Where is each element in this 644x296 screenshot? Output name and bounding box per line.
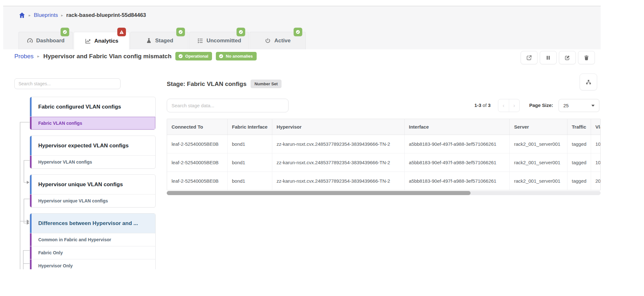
probe-header: Probes ▸ Hypervisor and Fabric Vlan conf… bbox=[14, 52, 257, 60]
cell-hypervisor: zz-karun-nsxt.cvx.2485377892354-38394396… bbox=[272, 153, 404, 172]
check-circle-icon bbox=[178, 54, 183, 59]
column-header[interactable]: Hypervisor bbox=[272, 119, 404, 135]
stage-item-common-in-fabric-and-hypervisor[interactable]: Common in Fabric and Hypervisor bbox=[30, 233, 155, 246]
stage-item-hypervisor-vlan-configs[interactable]: Hypervisor VLAN configs bbox=[30, 155, 155, 168]
pagination-range: 1-3 of 3 bbox=[474, 102, 491, 108]
table-row[interactable]: leaf-2-52540005BE0B bond1 zz-karun-nsxt.… bbox=[167, 135, 601, 153]
pause-icon bbox=[545, 55, 551, 61]
table-header-row: Connected To Fabric Interface Hypervisor… bbox=[167, 119, 601, 135]
trash-icon bbox=[583, 55, 589, 61]
stage-sidebar: Fabric configured VLAN configs Fabric VL… bbox=[14, 78, 156, 269]
tab-staged[interactable]: Staged bbox=[130, 32, 188, 49]
probe-title: Hypervisor and Fabric Vlan config mismat… bbox=[43, 53, 172, 60]
pause-button[interactable] bbox=[540, 51, 557, 64]
header-band: ▸ Blueprints ▸ rack-based-blueprint-55d8… bbox=[3, 6, 601, 49]
check-circle-icon bbox=[219, 54, 223, 59]
cell-server: rack2_001_server001 bbox=[509, 135, 567, 153]
tab-uncommitted[interactable]: Uncommitted bbox=[189, 32, 249, 49]
cell-vlan: 10 bbox=[591, 135, 601, 153]
breadcrumb-separator-icon: ▸ bbox=[37, 54, 40, 59]
cell-connected-to: leaf-2-52540005BE0B bbox=[167, 172, 227, 190]
edit-button[interactable] bbox=[559, 51, 576, 64]
chevron-down-icon bbox=[591, 105, 595, 107]
cell-server: rack2_001_server001 bbox=[509, 172, 567, 190]
cell-connected-to: leaf-2-52540005BE0B bbox=[167, 135, 227, 153]
power-icon bbox=[265, 38, 271, 44]
stage-group: Fabric configured VLAN configs Fabric VL… bbox=[30, 97, 156, 130]
scrollbar-thumb[interactable] bbox=[167, 191, 471, 195]
stage-connector-lines bbox=[14, 78, 30, 269]
cell-fabric-interface: bond1 bbox=[227, 135, 272, 153]
breadcrumb-blueprints-link[interactable]: Blueprints bbox=[34, 12, 58, 18]
cell-traffic: tagged bbox=[567, 153, 591, 172]
stage-group-title[interactable]: Hypervisor expected VLAN configs bbox=[30, 136, 155, 155]
check-badge-icon bbox=[237, 28, 245, 36]
search-stage-data-input[interactable] bbox=[167, 99, 289, 112]
home-icon[interactable] bbox=[18, 12, 26, 19]
probe-toolbar bbox=[521, 51, 595, 64]
column-header[interactable]: Server bbox=[509, 119, 567, 135]
page-size-value: 25 bbox=[563, 103, 569, 108]
tab-label: Staged bbox=[155, 38, 173, 44]
export-button[interactable] bbox=[521, 51, 538, 64]
probes-link[interactable]: Probes bbox=[14, 53, 33, 60]
export-icon bbox=[526, 55, 532, 61]
next-page-button[interactable]: › bbox=[509, 99, 520, 112]
blueprint-tabbar: Dashboard Analytics Staged bbox=[18, 32, 306, 49]
line-chart-icon bbox=[85, 38, 91, 44]
gauge-icon bbox=[27, 38, 33, 44]
breadcrumb: ▸ Blueprints ▸ rack-based-blueprint-55d8… bbox=[18, 12, 146, 19]
prev-page-button[interactable]: ‹ bbox=[498, 99, 509, 112]
layout-toggle-button[interactable] bbox=[580, 74, 597, 90]
delete-button[interactable] bbox=[578, 51, 595, 64]
tab-analytics[interactable]: Analytics bbox=[74, 32, 129, 50]
cell-interface: a5bb8183-90ef-497f-a988-3ef571066261 bbox=[404, 153, 509, 172]
breadcrumb-separator-icon: ▸ bbox=[61, 13, 63, 18]
breadcrumb-separator-icon: ▸ bbox=[29, 13, 31, 18]
check-badge-icon bbox=[176, 28, 185, 36]
stage-header: Stage: Fabric VLAN configs Number Set bbox=[167, 80, 282, 88]
stage-data-table: Connected To Fabric Interface Hypervisor… bbox=[167, 119, 601, 190]
pagination-buttons: ‹ › bbox=[498, 99, 520, 112]
horizontal-scrollbar[interactable] bbox=[167, 191, 601, 195]
stage-item-fabric-only[interactable]: Fabric Only bbox=[30, 246, 155, 259]
cell-traffic: tagged bbox=[567, 135, 591, 153]
stage-item-hypervisor-unique-vlan-configs[interactable]: Hypervisor unique VLAN configs bbox=[30, 194, 155, 207]
cell-hypervisor: zz-karun-nsxt.cvx.2485377892354-38394396… bbox=[272, 172, 404, 190]
tab-active[interactable]: Active bbox=[250, 32, 306, 49]
tab-label: Active bbox=[274, 38, 290, 44]
stage-title: Stage: Fabric VLAN configs bbox=[167, 81, 246, 88]
breadcrumb-current: rack-based-blueprint-55d84463 bbox=[66, 12, 146, 18]
operational-status-badge: Operational bbox=[175, 52, 212, 60]
table-row[interactable]: leaf-2-52540005BE0B bond1 zz-karun-nsxt.… bbox=[167, 172, 601, 190]
cell-vlan: 20 bbox=[591, 172, 601, 190]
cell-hypervisor: zz-karun-nsxt.cvx.2485377892354-38394396… bbox=[272, 135, 404, 153]
tab-label: Uncommitted bbox=[207, 38, 241, 44]
stage-group: Hypervisor unique VLAN configs Hyperviso… bbox=[30, 174, 156, 208]
stage-type-badge: Number Set bbox=[251, 80, 282, 88]
stage-group: Hypervisor expected VLAN configs Hypervi… bbox=[30, 136, 156, 169]
column-header[interactable]: Traffic bbox=[567, 119, 591, 135]
column-header[interactable]: Interface bbox=[404, 119, 509, 135]
check-badge-icon bbox=[294, 28, 302, 36]
stage-group: Differences between Hypervisor and ... C… bbox=[30, 213, 156, 269]
check-badge-icon bbox=[61, 28, 69, 36]
tab-dashboard[interactable]: Dashboard bbox=[18, 32, 73, 49]
search-stages-input[interactable] bbox=[14, 78, 121, 89]
flask-icon bbox=[146, 38, 152, 44]
stage-group-title[interactable]: Differences between Hypervisor and ... bbox=[30, 214, 155, 233]
column-header[interactable]: Connected To bbox=[167, 119, 227, 135]
page-size-select[interactable]: 25 bbox=[559, 99, 599, 112]
stage-item-hypervisor-only[interactable]: Hypervisor Only bbox=[30, 259, 155, 269]
app-screen: ▸ Blueprints ▸ rack-based-blueprint-55d8… bbox=[0, 0, 644, 296]
cell-connected-to: leaf-2-52540005BE0B bbox=[167, 153, 227, 172]
column-header[interactable]: Fabric Interface bbox=[227, 119, 272, 135]
column-header[interactable]: Vlan bbox=[591, 119, 601, 135]
stage-item-fabric-vlan-configs[interactable]: Fabric VLAN configs bbox=[30, 116, 155, 130]
tab-label: Dashboard bbox=[36, 38, 65, 44]
stage-group-title[interactable]: Fabric configured VLAN configs bbox=[30, 97, 155, 116]
stage-group-title[interactable]: Hypervisor unique VLAN configs bbox=[30, 175, 155, 194]
table-row[interactable]: leaf-2-52540005BE0B bond1 zz-karun-nsxt.… bbox=[167, 153, 601, 172]
cell-interface: a5bb8183-90ef-497f-a988-3ef571066261 bbox=[404, 172, 509, 190]
cell-traffic: tagged bbox=[567, 172, 591, 190]
